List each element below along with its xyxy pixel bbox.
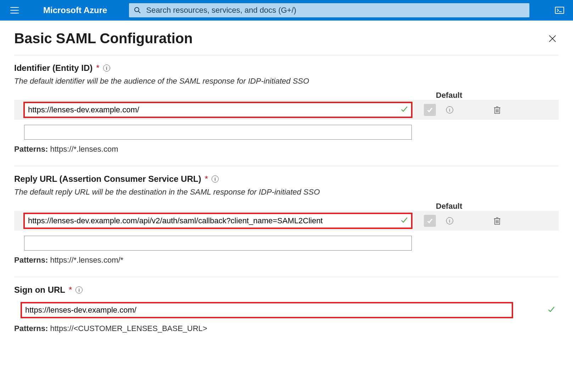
page-title: Basic SAML Configuration [14, 30, 193, 46]
reply-url-patterns: Patterns: https://*.lenses.com/* [14, 256, 559, 265]
reply-url-blank-row [24, 236, 559, 251]
identifier-label-text: Identifier (Entity ID) [14, 63, 92, 73]
info-icon: i [446, 217, 453, 224]
hamburger-menu-button[interactable] [8, 4, 21, 17]
identifier-row: i [14, 100, 559, 120]
patterns-label: Patterns: [14, 145, 48, 153]
reply-url-input[interactable] [24, 213, 412, 228]
check-icon [427, 107, 433, 113]
page-header: Basic SAML Configuration [14, 30, 559, 55]
identifier-description: The default identifier will be the audie… [14, 77, 559, 86]
info-icon: i [446, 106, 453, 113]
default-header-label: Default [411, 202, 462, 211]
default-header-label: Default [411, 91, 462, 100]
global-search-box[interactable] [129, 3, 529, 17]
patterns-value: https://*.lenses.com [50, 145, 118, 153]
sign-on-url-input[interactable] [21, 303, 512, 318]
trash-icon [493, 217, 501, 225]
patterns-label: Patterns: [14, 256, 48, 264]
sign-on-url-label: Sign on URL * i [14, 285, 559, 295]
identifier-patterns: Patterns: https://*.lenses.com [14, 145, 559, 154]
reply-url-row: i [14, 211, 559, 231]
svg-line-1 [139, 11, 140, 13]
close-button[interactable] [546, 32, 559, 45]
cloud-shell-button[interactable] [552, 3, 567, 17]
identifier-input[interactable] [24, 102, 412, 117]
identifier-blank-input[interactable] [24, 125, 412, 140]
info-icon[interactable]: i [212, 175, 219, 183]
reply-url-label-text: Reply URL (Assertion Consumer Service UR… [14, 174, 201, 184]
patterns-label: Patterns: [14, 324, 48, 333]
required-star-icon: * [205, 174, 208, 184]
identifier-label: Identifier (Entity ID) * i [14, 63, 559, 73]
azure-brand[interactable]: Microsoft Azure [43, 5, 107, 15]
checkmark-icon [547, 306, 555, 315]
identifier-row-actions: i [418, 104, 502, 116]
default-column-header: Default [14, 202, 559, 211]
trash-icon [493, 106, 501, 114]
default-column-header: Default [14, 91, 559, 100]
info-action-button[interactable]: i [444, 105, 455, 115]
patterns-value: https://*.lenses.com/* [50, 256, 123, 264]
reply-url-description: The default reply URL will be the destin… [14, 187, 559, 197]
default-toggle[interactable] [424, 104, 436, 116]
reply-url-section: Reply URL (Assertion Consumer Service UR… [14, 174, 559, 277]
required-star-icon: * [96, 63, 99, 73]
azure-header: Microsoft Azure [0, 0, 573, 21]
identifier-section: Identifier (Entity ID) * i The default i… [14, 63, 559, 166]
delete-button[interactable] [492, 105, 502, 115]
info-action-button[interactable]: i [444, 215, 455, 226]
close-icon [549, 35, 556, 43]
sign-on-url-section: Sign on URL * i Patterns: https://<CUSTO… [14, 285, 559, 345]
info-icon[interactable]: i [103, 65, 110, 72]
required-star-icon: * [69, 285, 72, 295]
global-search-input[interactable] [146, 6, 524, 15]
default-toggle[interactable] [424, 215, 436, 227]
terminal-icon [555, 7, 564, 14]
sign-on-url-label-text: Sign on URL [14, 285, 65, 295]
delete-button[interactable] [492, 215, 502, 226]
svg-rect-2 [555, 7, 564, 13]
patterns-value: https://<CUSTOMER_LENSES_BASE_URL> [50, 324, 207, 333]
svg-point-0 [135, 7, 139, 12]
reply-url-row-actions: i [418, 215, 502, 227]
saml-config-page: Basic SAML Configuration Identifier (Ent… [0, 21, 573, 345]
info-icon[interactable]: i [75, 286, 83, 293]
reply-url-label: Reply URL (Assertion Consumer Service UR… [14, 174, 559, 184]
check-icon [427, 218, 433, 224]
sign-on-url-patterns: Patterns: https://<CUSTOMER_LENSES_BASE_… [14, 324, 559, 333]
search-icon [134, 7, 141, 14]
reply-url-blank-input[interactable] [24, 236, 412, 251]
identifier-blank-row [24, 125, 559, 140]
